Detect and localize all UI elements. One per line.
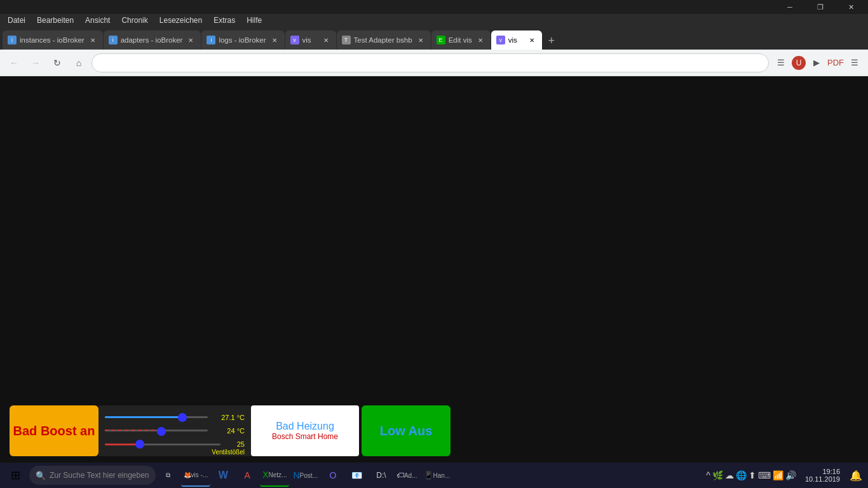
media-icon[interactable]: ▶ [808,55,825,71]
tab-favicon-logs: i [207,36,215,44]
tab-favicon-vis-active: v [496,36,505,44]
slider-thumb-1[interactable] [178,413,187,422]
slider-row-2: 24 °C [105,427,245,435]
menu-ansicht[interactable]: Ansicht [80,15,115,26]
slider-track-1 [105,416,208,418]
home-button[interactable]: ⌂ [70,54,88,72]
acrobat-taskbar[interactable]: A [236,464,259,487]
tab-close-vis-active[interactable]: ✕ [527,35,537,45]
slider-thumb-2[interactable] [157,427,166,436]
menu-hilfe[interactable]: Hilfe [241,15,267,26]
task-view-button[interactable]: ⧉ [157,464,180,487]
minimize-button[interactable]: ─ [775,0,804,14]
tab-label-adapters: adapters - ioBroker [121,36,183,44]
tab-edit-vis[interactable]: E Edit vis ✕ [431,30,491,50]
forward-button[interactable]: → [27,54,44,72]
menu-lesezeichen[interactable]: Lesezeichen [154,15,207,26]
tab-favicon-edit: E [437,36,445,44]
bad-boost-button[interactable]: Bad Boost an [10,405,98,456]
tab-close-logs[interactable]: ✕ [269,35,280,45]
tray-expand[interactable]: ^ [706,470,710,480]
bookmarks-icon[interactable]: ☰ [773,55,789,71]
tab-logs[interactable]: i logs - ioBroker ✕ [201,30,284,50]
tab-vis1[interactable]: v vis ✕ [285,30,336,50]
tray-icon-5: ⌨ [758,470,771,480]
menubar: Datei Bearbeiten Ansicht Chronik Lesezei… [0,14,868,27]
notification-button[interactable]: 🔔 [846,466,865,485]
tab-test-adapter[interactable]: T Test Adapter bshb ✕ [337,30,431,50]
avatar-icon[interactable]: U [792,56,806,70]
system-tray: ^ 🌿 ☁ 🌐 ⬆ ⌨ 📶 🔊 [703,470,799,480]
low-aus-button[interactable]: Low Aus [362,405,451,456]
info-card-subtitle: Bosch Smart Home [272,432,338,441]
tab-label-logs: logs - ioBroker [219,36,266,44]
slider-label-3: Ventilstößel [212,449,245,456]
close-button[interactable]: ✕ [836,0,865,14]
notification-icon: 🔔 [850,470,862,482]
menu-icon[interactable]: ☰ [846,55,863,71]
back-button[interactable]: ← [5,54,23,72]
maximize-button[interactable]: ❐ [806,0,835,14]
slider-value-3: 25 [226,440,245,448]
tab-favicon-vis1: v [290,36,299,44]
excel-taskbar[interactable]: X Netz... [260,464,289,487]
edge-taskbar[interactable]: 📧 [346,464,369,487]
taskbar-clock[interactable]: 19:16 10.11.2019 [801,468,844,483]
browser-content: Bad Boost an 27.1 °C 24 °C [0,76,868,463]
menu-datei[interactable]: Datei [3,15,31,26]
tray-icon-2: ☁ [725,470,734,480]
addressbar: ← → ↻ ⌂ ☰ U ▶ PDF ☰ [0,50,868,76]
search-icon: 🔍 [36,471,46,480]
tab-close-test[interactable]: ✕ [416,35,426,45]
volume-icon[interactable]: 🔊 [785,470,796,480]
menu-extras[interactable]: Extras [208,15,240,26]
taskbar: ⊞ 🔍 Zur Suche Text hier eingeben ⧉ 🦊 vis… [0,463,868,488]
slider-value-2: 24 °C [213,427,245,435]
outlook-taskbar[interactable]: N Post... [290,464,320,487]
handy-taskbar[interactable]: 📱 Han... [421,464,453,487]
slider-fill-3 [105,444,140,445]
tab-label-vis1: vis [302,36,311,44]
slider-thumb-3[interactable] [135,440,144,449]
network-icon[interactable]: 📶 [773,470,783,480]
tab-vis-active[interactable]: v vis ✕ [491,30,542,50]
bad-boost-label: Bad Boost an [13,423,95,438]
tab-close-adapters[interactable]: ✕ [186,35,196,45]
word-taskbar[interactable]: W [212,464,234,487]
other-app-taskbar[interactable]: 🏷 Ad... [394,464,420,487]
tab-adapters[interactable]: i adapters - ioBroker ✕ [104,30,201,50]
tab-close-instances[interactable]: ✕ [88,35,98,45]
slider-row-3: 25 Ventilstößel [105,440,245,448]
low-aus-label: Low Aus [380,424,433,438]
firefox-taskbar[interactable]: 🦊 vis -... [181,464,211,487]
onenote-taskbar[interactable]: O [322,464,344,487]
tray-icon-3: 🌐 [736,470,747,480]
sliders-panel: 27.1 °C 24 °C 25 Ventilstöße [98,405,251,456]
tab-favicon-instances: i [8,36,17,44]
tab-close-vis1[interactable]: ✕ [321,35,331,45]
widget-area: Bad Boost an 27.1 °C 24 °C [0,399,868,463]
taskbar-search[interactable]: 🔍 Zur Suche Text hier eingeben [29,466,156,485]
start-button[interactable]: ⊞ [3,464,28,487]
search-placeholder: Zur Suche Text hier eingeben [50,471,149,480]
slider-row-1: 27.1 °C [105,414,245,421]
tab-label-instances: instances - ioBroker [20,36,85,44]
titlebar: ─ ❐ ✕ [0,0,868,14]
clock-date: 10.11.2019 [805,475,840,483]
tab-add-button[interactable]: + [543,32,560,50]
url-bar[interactable] [92,53,769,72]
tab-label-edit: Edit vis [449,36,472,44]
tab-favicon-adapters: i [109,36,118,44]
slider-value-1: 27.1 °C [213,414,245,421]
explorer-taskbar[interactable]: D:\ [370,464,393,487]
toolbar-icons: ☰ U ▶ PDF ☰ [773,55,863,71]
reload-button[interactable]: ↻ [48,54,66,72]
slider-track-3 [105,444,220,445]
tab-close-edit[interactable]: ✕ [475,35,485,45]
slider-fill-1 [105,416,182,418]
tab-label-vis-active: vis [508,36,517,44]
pdf-icon[interactable]: PDF [827,55,844,71]
tab-instances[interactable]: i instances - ioBroker ✕ [3,30,103,50]
menu-chronik[interactable]: Chronik [116,15,153,26]
menu-bearbeiten[interactable]: Bearbeiten [32,15,79,26]
